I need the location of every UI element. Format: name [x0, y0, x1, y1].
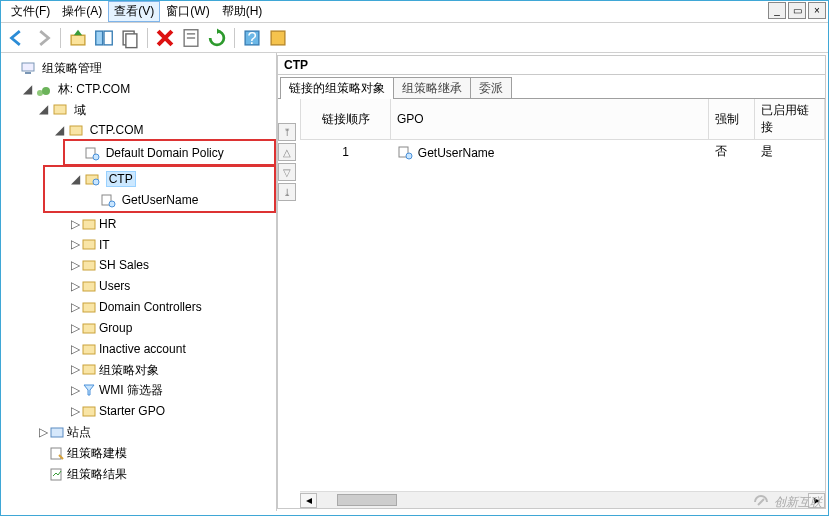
svg-rect-28: [83, 324, 95, 333]
modeling-icon: [49, 445, 65, 461]
tree-default-policy[interactable]: Default Domain Policy: [69, 139, 276, 166]
filter-icon: [81, 382, 97, 398]
scroll-track[interactable]: [317, 492, 808, 508]
domain-container-icon: [52, 101, 68, 117]
menu-file[interactable]: 文件(F): [5, 1, 56, 22]
svg-point-22: [109, 201, 115, 207]
menu-help[interactable]: 帮助(H): [216, 1, 269, 22]
tree-users[interactable]: ▷Users: [69, 275, 276, 296]
up-button[interactable]: [66, 26, 90, 50]
help-button[interactable]: ?: [240, 26, 264, 50]
col-gpo[interactable]: GPO: [391, 99, 709, 140]
svg-rect-33: [51, 448, 61, 459]
tree-root[interactable]: 组策略管理 ◢ 林: CTP.COM ◢ 域: [5, 57, 276, 484]
move-up-button[interactable]: △: [278, 143, 296, 161]
collapse-icon[interactable]: ◢: [37, 99, 49, 119]
export-button[interactable]: [266, 26, 290, 50]
tree-ctp-ou[interactable]: ◢ CTP Get: [69, 165, 276, 213]
expand-icon[interactable]: ▷: [69, 359, 81, 379]
maximize-button[interactable]: ▭: [788, 2, 806, 19]
watermark-logo-icon: [752, 493, 770, 511]
tree-inactive[interactable]: ▷Inactive account: [69, 338, 276, 359]
gpo-link-icon: [100, 192, 116, 208]
toolbar: ?: [1, 23, 828, 53]
collapse-icon[interactable]: ◢: [53, 120, 65, 140]
menu-action[interactable]: 操作(A): [56, 1, 108, 22]
menu-view[interactable]: 查看(V): [108, 1, 160, 22]
tab-delegation[interactable]: 委派: [470, 77, 512, 99]
expand-icon[interactable]: ▷: [69, 297, 81, 317]
scroll-left-button[interactable]: ◂: [300, 493, 317, 508]
expand-icon[interactable]: ▷: [69, 380, 81, 400]
details-panel: CTP 链接的组策略对象 组策略继承 委派 ⤒ △ ▽ ⤓ 链接顺序 GPO: [277, 55, 826, 509]
tree-modeling[interactable]: 组策略建模: [37, 442, 276, 463]
svg-rect-10: [271, 31, 285, 45]
svg-rect-24: [83, 240, 95, 249]
expand-icon[interactable]: ▷: [69, 318, 81, 338]
svg-rect-30: [83, 365, 95, 374]
svg-rect-29: [83, 345, 95, 354]
tree-shsales[interactable]: ▷SH Sales: [69, 254, 276, 275]
expand-icon[interactable]: ▷: [69, 255, 81, 275]
forward-button[interactable]: [31, 26, 55, 50]
svg-rect-4: [126, 33, 137, 47]
copy-button[interactable]: [118, 26, 142, 50]
expand-icon[interactable]: ▷: [37, 422, 49, 442]
col-order[interactable]: 链接顺序: [301, 99, 391, 140]
tree-results[interactable]: 组策略结果: [37, 463, 276, 484]
refresh-button[interactable]: [205, 26, 229, 50]
svg-rect-16: [70, 126, 82, 135]
properties-button[interactable]: [179, 26, 203, 50]
grid-row[interactable]: 1 GetUserName 否 是: [301, 140, 825, 164]
collapse-icon[interactable]: ◢: [69, 169, 81, 189]
tree-forest[interactable]: ◢ 林: CTP.COM ◢ 域 ◢: [21, 78, 276, 484]
col-enforced[interactable]: 强制: [709, 99, 755, 140]
tab-linked-gpo[interactable]: 链接的组策略对象: [280, 77, 394, 99]
expand-icon[interactable]: ▷: [69, 339, 81, 359]
tree-gpo-objects[interactable]: ▷组策略对象: [69, 359, 276, 380]
linked-gpo-grid[interactable]: 链接顺序 GPO 强制 已启用链接 1 GetUserName: [300, 99, 825, 164]
show-hide-tree-button[interactable]: [92, 26, 116, 50]
tree-domains[interactable]: ◢ 域 ◢ CTP.COM: [37, 99, 276, 421]
svg-rect-2: [104, 31, 112, 45]
svg-rect-0: [71, 35, 85, 45]
domain-icon: [68, 122, 84, 138]
tree-dc[interactable]: ▷Domain Controllers: [69, 296, 276, 317]
tree-wmi[interactable]: ▷WMI 筛选器: [69, 379, 276, 400]
move-top-button[interactable]: ⤒: [278, 123, 296, 141]
tab-inheritance[interactable]: 组策略继承: [393, 77, 471, 99]
delete-button[interactable]: [153, 26, 177, 50]
gpo-link-icon: [84, 145, 100, 161]
expand-icon[interactable]: ▷: [69, 234, 81, 254]
scroll-thumb[interactable]: [337, 494, 397, 506]
tree-it[interactable]: ▷IT: [69, 234, 276, 255]
tree-ctpcom[interactable]: ◢ CTP.COM: [53, 119, 276, 421]
move-bottom-button[interactable]: ⤓: [278, 183, 296, 201]
expand-icon[interactable]: ▷: [69, 276, 81, 296]
horizontal-scrollbar[interactable]: ◂ ▸: [300, 491, 825, 508]
panel-title: CTP: [278, 56, 825, 75]
expand-icon[interactable]: ▷: [69, 401, 81, 421]
move-down-button[interactable]: ▽: [278, 163, 296, 181]
col-enabled[interactable]: 已启用链接: [755, 99, 825, 140]
tree-sites[interactable]: ▷站点: [37, 421, 276, 442]
svg-point-14: [42, 87, 50, 95]
minimize-button[interactable]: _: [768, 2, 786, 19]
svg-rect-31: [83, 407, 95, 416]
grid-header: 链接顺序 GPO 强制 已启用链接: [301, 99, 825, 140]
cell-enabled: 是: [755, 140, 825, 164]
svg-point-20: [93, 179, 99, 185]
svg-rect-25: [83, 261, 95, 270]
back-button[interactable]: [5, 26, 29, 50]
menu-window[interactable]: 窗口(W): [160, 1, 215, 22]
expand-icon[interactable]: ▷: [69, 214, 81, 234]
ou-icon: [81, 278, 97, 294]
tree-hr[interactable]: ▷HR: [69, 213, 276, 234]
cell-enforced: 否: [709, 140, 755, 164]
close-window-button[interactable]: ×: [808, 2, 826, 19]
ou-icon: [81, 257, 97, 273]
tree-group[interactable]: ▷Group: [69, 317, 276, 338]
collapse-icon[interactable]: ◢: [21, 79, 33, 99]
tree-getusername[interactable]: GetUserName: [85, 189, 272, 210]
tree-starter-gpo[interactable]: ▷Starter GPO: [69, 400, 276, 421]
